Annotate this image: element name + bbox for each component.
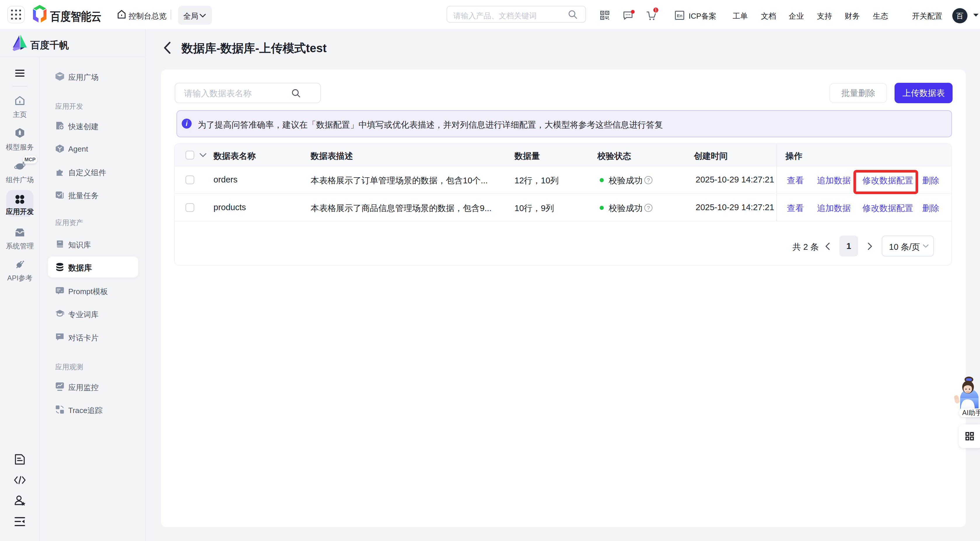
svg-text:En: En bbox=[677, 13, 682, 18]
